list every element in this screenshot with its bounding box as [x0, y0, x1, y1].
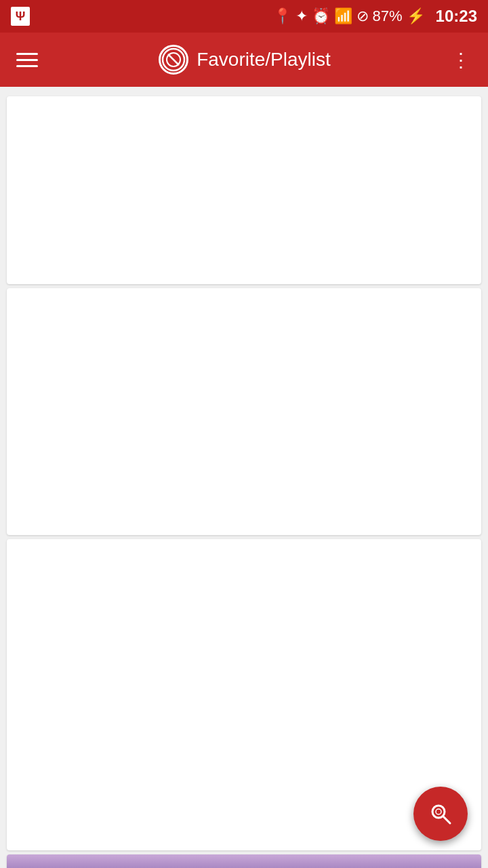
thumbnail-forest [7, 854, 481, 868]
alarm-icon: ⏰ [312, 7, 330, 25]
app-logo [159, 45, 188, 75]
status-icons: 📍 ✦ ⏰ 📶 ⊘ 87% ⚡ 10:23 [273, 7, 477, 26]
status-time: 10:23 [436, 7, 477, 26]
app-title-text: Favorite/Playlist [197, 49, 331, 71]
svg-line-4 [443, 816, 450, 823]
playlist-card-3[interactable]: Relaxing Piano Music, Soothing Music, Re… [7, 539, 481, 851]
no-disturb-icon: ⊘ [357, 7, 369, 25]
playlist-card-1[interactable]: 4 Hours Relaxing Meditation Sleeping. PL… [7, 96, 481, 284]
playlist-card-4[interactable]: Most Popular | Relaxing Instrumental Mus… [7, 854, 481, 868]
usb-icon: Ψ [11, 7, 30, 26]
hamburger-line-1 [16, 53, 38, 55]
playlist-content: 4 Hours Relaxing Meditation Sleeping. PL… [0, 87, 488, 868]
svg-line-2 [168, 54, 179, 65]
battery-text: 87% [373, 7, 403, 25]
search-fab-button[interactable] [413, 787, 468, 841]
app-bar-title: Favorite/Playlist [43, 45, 446, 75]
bluetooth-icon: ✦ [296, 7, 308, 25]
playlist-card-2[interactable]: The most relaxing classical music in the… [7, 288, 481, 534]
svg-point-5 [436, 809, 441, 814]
wifi-icon: 📶 [334, 7, 352, 25]
logo-icon [161, 47, 186, 72]
hamburger-menu-button[interactable] [11, 47, 43, 73]
search-fab-icon [428, 802, 453, 826]
hamburger-line-3 [16, 65, 38, 67]
location-icon: 📍 [273, 7, 291, 25]
hamburger-line-2 [16, 59, 38, 61]
more-options-button[interactable]: ⋮ [446, 43, 477, 77]
app-bar: Favorite/Playlist ⋮ [0, 33, 488, 87]
charging-icon: ⚡ [407, 7, 425, 25]
status-bar: Ψ 📍 ✦ ⏰ 📶 ⊘ 87% ⚡ 10:23 [0, 0, 488, 33]
